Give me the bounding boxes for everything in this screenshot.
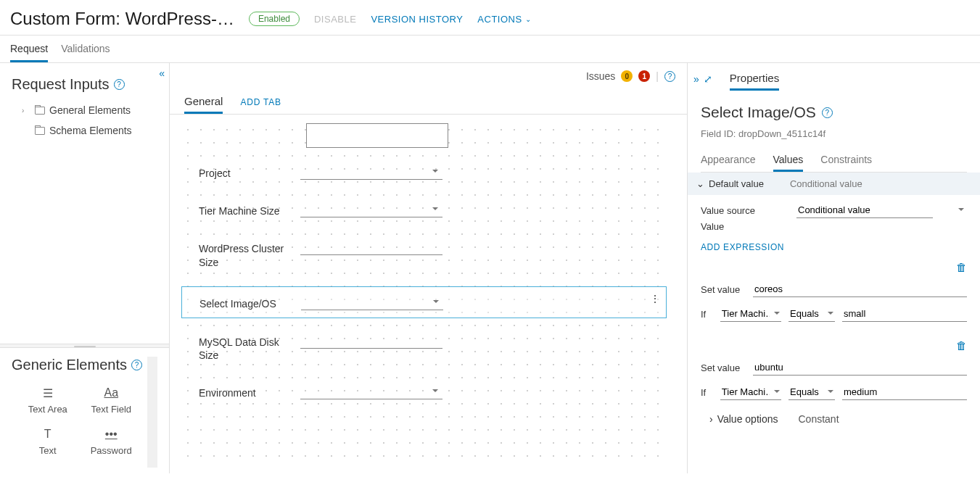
element-password[interactable]: ••• Password	[80, 420, 144, 462]
chevron-down-icon: ⌄	[525, 15, 532, 23]
kebab-menu-icon[interactable]: ⋮	[650, 293, 660, 304]
add-expression-button[interactable]: ADD EXPRESSION	[701, 232, 784, 257]
form-field-project[interactable]: Project	[181, 159, 667, 184]
property-tabs: Appearance Values Constraints	[701, 149, 967, 173]
if-operator-select[interactable]	[788, 384, 835, 400]
field-id: Field ID: dropDown_4511c14f	[701, 128, 967, 139]
generic-elements-label: Generic Elements	[12, 357, 127, 373]
version-history-button[interactable]: VERSION HISTORY	[371, 14, 463, 25]
if-field-select[interactable]	[720, 384, 781, 400]
element-text-field[interactable]: Aa Text Field	[80, 379, 144, 420]
set-value-input[interactable]	[753, 360, 967, 376]
element-label: Text Area	[28, 404, 67, 415]
separator: |	[656, 70, 659, 82]
expression-block: 🗑 Set value If	[701, 261, 967, 326]
if-operator-select[interactable]	[788, 306, 835, 322]
tab-appearance[interactable]: Appearance	[701, 149, 756, 172]
generic-elements-grid: ☰ Text Area Aa Text Field T Text ••• Pas…	[12, 373, 147, 468]
tree-item-schema[interactable]: Schema Elements	[15, 120, 155, 141]
set-value-row: Set value	[701, 355, 967, 380]
value-options-row: › Value options Constant	[701, 405, 967, 425]
value-source-select[interactable]	[796, 202, 933, 218]
trash-icon[interactable]: 🗑	[956, 339, 967, 352]
disable-button: DISABLE	[314, 14, 356, 25]
form-textarea-field[interactable]	[306, 123, 448, 148]
if-value-input[interactable]	[842, 306, 967, 322]
left-panel: « Request Inputs ? › General Elements Sc…	[0, 63, 170, 473]
form-field-tier[interactable]: Tier Machine Size	[181, 197, 667, 222]
tree-item-general[interactable]: › General Elements	[15, 100, 155, 120]
form-field-image-selected[interactable]: Select Image/OS ⋮	[181, 286, 667, 318]
form-canvas: Issues 0 1 | ? General ADD TAB Project T…	[170, 63, 687, 473]
canvas-body[interactable]: Project Tier Machine Size WordPress Clus…	[170, 115, 687, 473]
set-value-row: Set value	[701, 277, 967, 302]
field-input[interactable]	[300, 239, 442, 255]
help-icon[interactable]: ?	[822, 107, 833, 118]
field-select[interactable]	[300, 164, 442, 180]
help-icon[interactable]: ?	[131, 360, 142, 370]
tree-label: Schema Elements	[49, 125, 132, 136]
field-select[interactable]	[300, 383, 442, 399]
folder-icon	[35, 107, 45, 115]
tree-label: General Elements	[49, 104, 131, 116]
field-input[interactable]	[300, 333, 442, 349]
request-inputs-label: Request Inputs	[12, 76, 110, 93]
accordion-label: Default value	[709, 178, 764, 189]
collapse-left-icon[interactable]: «	[159, 67, 165, 79]
field-select[interactable]	[301, 294, 443, 310]
issues-label: Issues	[586, 70, 615, 82]
request-inputs-title: Request Inputs ?	[12, 76, 157, 93]
inputs-tree: › General Elements Schema Elements	[12, 93, 157, 146]
properties-tab[interactable]: Properties	[730, 67, 779, 91]
if-value-input[interactable]	[842, 384, 967, 400]
element-label: Text	[39, 445, 57, 456]
scrollbar[interactable]	[147, 357, 157, 468]
generic-elements-title: Generic Elements ?	[12, 357, 147, 373]
properties-header: » ⤢ Properties	[688, 63, 980, 91]
accordion-conditional-value[interactable]: Conditional value	[790, 178, 862, 189]
field-label: Tier Machine Size	[187, 202, 300, 217]
chevron-right-icon: ›	[22, 107, 30, 115]
canvas-tabs: General ADD TAB	[170, 89, 687, 115]
help-icon[interactable]: ?	[664, 71, 675, 82]
element-text[interactable]: T Text	[16, 420, 80, 462]
element-label: Password	[91, 445, 132, 456]
field-label: Select Image/OS	[188, 294, 301, 310]
expand-right-icon[interactable]: »	[693, 73, 699, 85]
main-tabs: Request Validations	[0, 36, 980, 63]
if-field-select[interactable]	[720, 306, 781, 322]
tab-values[interactable]: Values	[773, 149, 804, 172]
add-tab-button[interactable]: ADD TAB	[240, 97, 281, 107]
issues-warning-badge[interactable]: 0	[621, 70, 633, 82]
status-badge: Enabled	[249, 12, 300, 26]
set-value-input[interactable]	[753, 281, 967, 297]
tab-request[interactable]: Request	[10, 36, 48, 62]
help-icon[interactable]: ?	[114, 79, 125, 90]
tab-validations[interactable]: Validations	[61, 36, 110, 62]
property-title: Select Image/OS ?	[701, 104, 967, 121]
form-field-environment[interactable]: Environment	[181, 379, 667, 404]
password-icon: •••	[105, 426, 118, 442]
field-label: MySQL Data Disk Size	[187, 333, 300, 362]
panel-resize-handle[interactable]	[0, 344, 169, 348]
trash-icon[interactable]: 🗑	[956, 261, 967, 273]
element-label: Text Field	[91, 404, 131, 415]
canvas-toolbar: Issues 0 1 | ?	[170, 63, 687, 89]
tab-constraints[interactable]: Constraints	[820, 149, 872, 172]
if-label: If	[701, 387, 713, 398]
form-field-disk[interactable]: MySQL Data Disk Size	[181, 328, 667, 366]
issues-error-badge[interactable]: 1	[638, 70, 650, 82]
actions-menu[interactable]: ACTIONS ⌄	[477, 14, 531, 25]
maximize-icon[interactable]: ⤢	[704, 73, 712, 85]
form-field-cluster[interactable]: WordPress Cluster Size	[181, 235, 667, 273]
value-options-toggle[interactable]: › Value options	[709, 413, 778, 425]
element-text-area[interactable]: ☰ Text Area	[16, 379, 80, 420]
expression-block: 🗑 Set value If	[701, 339, 967, 405]
canvas-tab-general[interactable]: General	[184, 89, 223, 114]
field-select[interactable]	[300, 202, 442, 217]
values-accordion: ⌄ Default value Conditional value	[688, 173, 980, 195]
text-field-icon: Aa	[104, 385, 118, 401]
folder-icon	[35, 127, 45, 135]
if-row: If	[701, 302, 967, 326]
accordion-default-value[interactable]: ⌄ Default value	[696, 178, 764, 189]
